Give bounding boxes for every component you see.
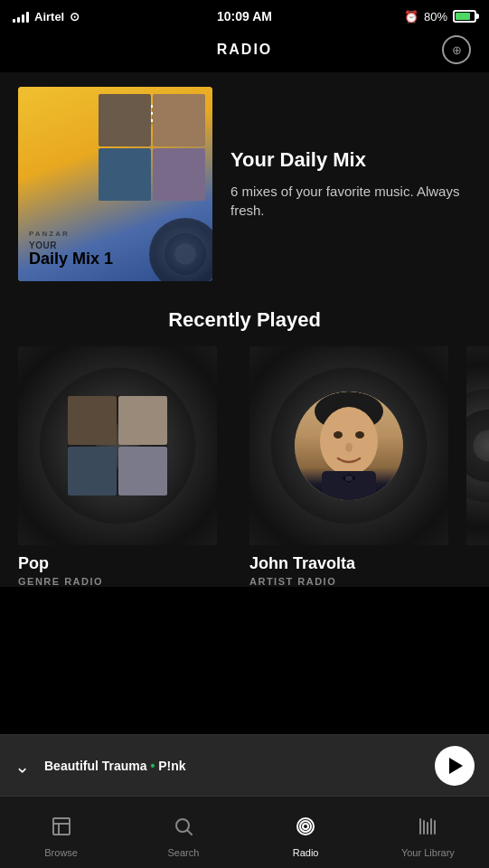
alarm-icon: ⏰ (404, 10, 418, 24)
travolta-type: ARTIST RADIO (249, 576, 466, 587)
nav-browse[interactable]: Browse (0, 807, 122, 858)
recently-played-title: Recently Played (0, 299, 489, 346)
search-icon (173, 816, 194, 843)
daily-mix-desc: 6 mixes of your favorite music. Always f… (230, 182, 471, 220)
travolta-radio-card[interactable]: John Travolta ARTIST RADIO (249, 346, 466, 587)
radio-icon (295, 816, 316, 843)
svg-rect-8 (53, 818, 70, 835)
mini-player-info: Beautiful Trauma • P!nk (44, 758, 435, 774)
daily-mix-artwork[interactable]: ESC it flows by Your Daily Mix 1 (18, 87, 212, 281)
status-left: Airtel ⊙ (13, 10, 80, 24)
status-time: 10:09 AM (217, 9, 272, 24)
mini-player[interactable]: ⌃ Beautiful Trauma • P!nk (0, 734, 489, 796)
travolta-name: John Travolta (249, 554, 466, 573)
svg-point-2 (334, 431, 343, 439)
page-title: RADIO (217, 42, 273, 58)
partial-card[interactable] (466, 346, 489, 587)
status-bar: Airtel ⊙ 10:09 AM ⏰ 80% (0, 0, 489, 33)
pop-collage (68, 396, 167, 495)
svg-point-11 (176, 819, 189, 832)
pop-type: GENRE RADIO (18, 576, 235, 587)
nav-search[interactable]: Search (122, 807, 244, 858)
artist-photo (295, 392, 403, 500)
partial-art (466, 346, 489, 545)
wifi-icon: ⊙ (70, 10, 80, 24)
svg-point-4 (345, 443, 353, 452)
library-icon (417, 816, 438, 843)
svg-point-13 (303, 824, 308, 829)
battery-icon (453, 10, 476, 23)
play-icon (449, 758, 463, 774)
daily-mix-title: Your Daily Mix (230, 148, 471, 172)
pop-art (18, 346, 217, 545)
radio-label: Radio (293, 847, 319, 858)
recently-played-row: Pop GENRE RADIO (0, 346, 489, 587)
bottom-nav: Browse Search Radio (0, 796, 489, 868)
pop-radio-card[interactable]: Pop GENRE RADIO (18, 346, 235, 587)
artwork-collage (99, 94, 205, 201)
daily-mix-section[interactable]: ESC it flows by Your Daily Mix 1 (0, 72, 489, 299)
pop-name: Pop (18, 554, 235, 573)
svg-point-7 (345, 476, 353, 481)
signal-bars (13, 10, 29, 23)
add-button[interactable]: ⊕ (442, 35, 471, 64)
svg-point-1 (320, 407, 378, 476)
search-label: Search (167, 847, 199, 858)
now-playing-track: Beautiful Trauma • P!nk (44, 759, 186, 773)
nav-library[interactable]: Your Library (367, 807, 489, 858)
library-label: Your Library (401, 847, 455, 858)
chevron-up-icon[interactable]: ⌃ (14, 755, 30, 777)
add-icon: ⊕ (452, 43, 461, 57)
nav-radio[interactable]: Radio (245, 807, 367, 858)
status-right: ⏰ 80% (404, 10, 476, 24)
battery-percent: 80% (424, 10, 447, 24)
play-button[interactable] (435, 746, 475, 786)
browse-icon (51, 816, 72, 843)
main-content: ESC it flows by Your Daily Mix 1 (0, 72, 489, 587)
travolta-art (249, 346, 448, 545)
svg-point-3 (355, 431, 364, 439)
carrier-label: Airtel (34, 10, 64, 24)
daily-mix-info: Your Daily Mix 6 mixes of your favorite … (230, 148, 471, 219)
svg-line-12 (188, 831, 192, 835)
artwork-label: Your Daily Mix 1 (29, 241, 113, 269)
page-header: RADIO ⊕ (0, 33, 489, 72)
browse-label: Browse (44, 847, 78, 858)
